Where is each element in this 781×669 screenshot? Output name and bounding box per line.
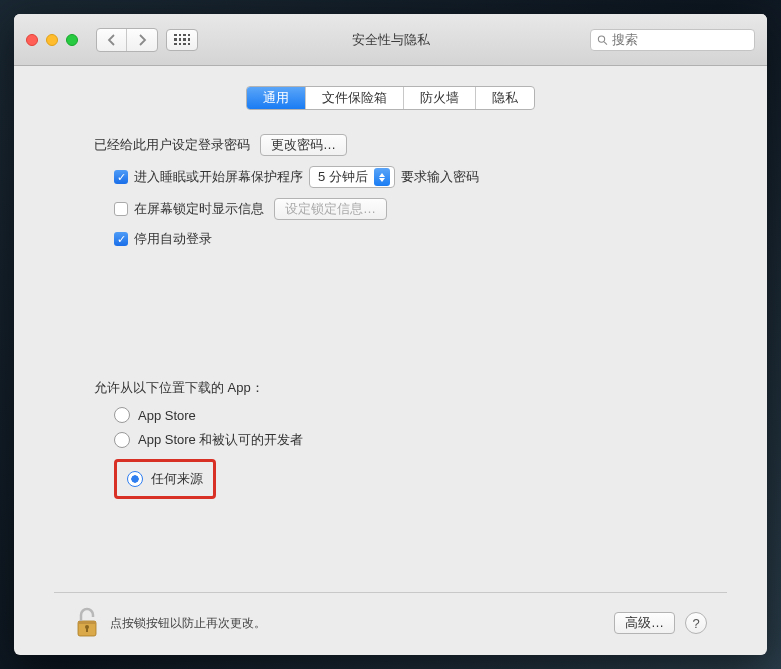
footer: 点按锁按钮以防止再次更改。 高级… ? <box>54 592 727 655</box>
help-button[interactable]: ? <box>685 612 707 634</box>
download-section: 允许从以下位置下载的 App： App Store App Store 和被认可… <box>54 379 727 499</box>
window-title: 安全性与隐私 <box>352 31 430 49</box>
forward-button[interactable] <box>127 29 157 51</box>
preferences-window: 安全性与隐私 通用 文件保险箱 防火墙 隐私 已经给此用户设定登录密码 更改密码… <box>14 14 767 655</box>
close-button[interactable] <box>26 34 38 46</box>
tab-privacy[interactable]: 隐私 <box>476 87 534 109</box>
sleep-delay-value: 5 分钟后 <box>318 168 368 186</box>
tab-firewall[interactable]: 防火墙 <box>404 87 476 109</box>
highlight-box: 任何来源 <box>114 459 216 499</box>
tab-filevault[interactable]: 文件保险箱 <box>306 87 404 109</box>
search-input[interactable] <box>612 32 748 47</box>
download-section-label: 允许从以下位置下载的 App： <box>94 379 687 397</box>
lock-icon[interactable] <box>74 607 100 639</box>
radio-identified-developers-label: App Store 和被认可的开发者 <box>138 431 303 449</box>
download-radio-group: App Store App Store 和被认可的开发者 任何来源 <box>94 407 687 499</box>
search-box[interactable] <box>590 29 755 51</box>
radio-app-store-label: App Store <box>138 408 196 423</box>
disable-autologin-checkbox[interactable]: ✓ <box>114 232 128 246</box>
lock-message-checkbox[interactable] <box>114 202 128 216</box>
change-password-button[interactable]: 更改密码… <box>260 134 347 156</box>
tab-group: 通用 文件保险箱 防火墙 隐私 <box>246 86 535 110</box>
lock-description: 点按锁按钮以防止再次更改。 <box>110 615 266 632</box>
sleep-label-after: 要求输入密码 <box>401 168 479 186</box>
sleep-label-before: 进入睡眠或开始屏幕保护程序 <box>134 168 303 186</box>
zoom-button[interactable] <box>66 34 78 46</box>
traffic-lights <box>26 34 78 46</box>
search-icon <box>597 34 608 46</box>
radio-identified-developers[interactable] <box>114 432 130 448</box>
tabs: 通用 文件保险箱 防火墙 隐私 <box>54 86 727 110</box>
set-password-label: 已经给此用户设定登录密码 <box>94 136 250 154</box>
login-section: 已经给此用户设定登录密码 更改密码… ✓ 进入睡眠或开始屏幕保护程序 5 分钟后… <box>54 134 727 258</box>
tab-general[interactable]: 通用 <box>247 87 306 109</box>
minimize-button[interactable] <box>46 34 58 46</box>
svg-rect-3 <box>78 621 96 624</box>
lock-message-label: 在屏幕锁定时显示信息 <box>134 200 264 218</box>
titlebar: 安全性与隐私 <box>14 14 767 66</box>
svg-rect-5 <box>86 628 88 632</box>
advanced-button[interactable]: 高级… <box>614 612 675 634</box>
nav-buttons <box>96 28 158 52</box>
radio-anywhere[interactable] <box>127 471 143 487</box>
show-all-button[interactable] <box>166 29 198 51</box>
sleep-require-password-checkbox[interactable]: ✓ <box>114 170 128 184</box>
radio-anywhere-label: 任何来源 <box>151 470 203 488</box>
sleep-delay-select[interactable]: 5 分钟后 <box>309 166 395 188</box>
select-arrows-icon <box>374 168 390 186</box>
content-area: 通用 文件保险箱 防火墙 隐私 已经给此用户设定登录密码 更改密码… ✓ 进入睡… <box>14 66 767 655</box>
svg-point-0 <box>598 35 604 41</box>
radio-app-store[interactable] <box>114 407 130 423</box>
set-lock-message-button[interactable]: 设定锁定信息… <box>274 198 387 220</box>
disable-autologin-label: 停用自动登录 <box>134 230 212 248</box>
checkmark-icon: ✓ <box>117 172 126 183</box>
checkmark-icon: ✓ <box>117 234 126 245</box>
grid-icon <box>174 34 190 46</box>
svg-line-1 <box>604 41 607 44</box>
back-button[interactable] <box>97 29 127 51</box>
